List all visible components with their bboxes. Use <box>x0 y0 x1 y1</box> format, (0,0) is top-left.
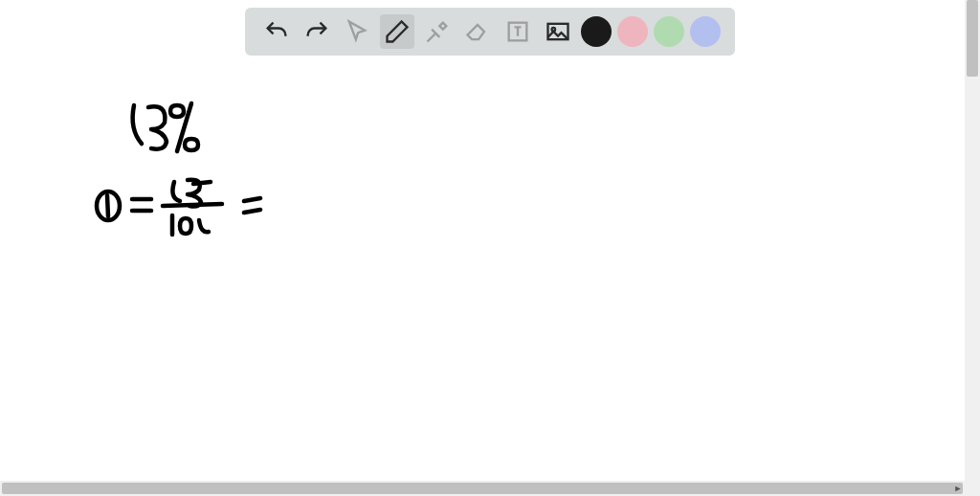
color-green[interactable] <box>654 16 684 47</box>
toolbar <box>245 8 735 56</box>
color-pink[interactable] <box>617 16 648 47</box>
vertical-scrollbar[interactable] <box>965 0 980 481</box>
horizontal-scrollbar-thumb[interactable] <box>2 483 963 494</box>
color-black[interactable] <box>581 16 612 47</box>
image-button[interactable] <box>541 14 575 49</box>
pointer-button[interactable] <box>340 14 374 49</box>
undo-button[interactable] <box>259 14 294 49</box>
text-button[interactable] <box>501 14 535 49</box>
redo-button[interactable] <box>300 14 334 49</box>
handwriting-layer <box>0 0 965 481</box>
undo-icon <box>263 18 290 45</box>
tools-icon <box>424 18 451 45</box>
redo-icon <box>303 18 330 45</box>
pointer-icon <box>344 18 370 45</box>
scrollbar-corner <box>965 481 980 496</box>
whiteboard-canvas[interactable] <box>0 0 965 481</box>
vertical-scrollbar-thumb[interactable] <box>967 0 978 77</box>
color-blue[interactable] <box>690 16 721 47</box>
tools-button[interactable] <box>420 14 455 49</box>
horizontal-scrollbar[interactable]: ◄ ► <box>0 481 965 496</box>
image-icon <box>545 18 571 45</box>
svg-point-0 <box>97 192 120 220</box>
pen-icon <box>384 18 411 45</box>
pen-button[interactable] <box>380 14 414 49</box>
eraser-icon <box>464 18 491 45</box>
text-icon <box>504 18 531 45</box>
eraser-button[interactable] <box>460 14 495 49</box>
scroll-right-arrow[interactable]: ► <box>951 482 965 495</box>
